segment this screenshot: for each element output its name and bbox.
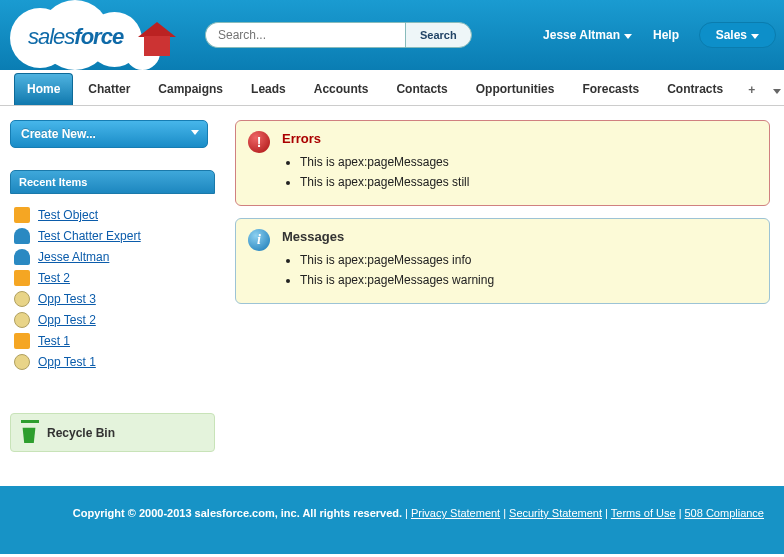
list-item: Test 2: [14, 270, 211, 286]
help-link[interactable]: Help: [653, 28, 679, 42]
user-icon: [14, 228, 30, 244]
object-icon: [14, 333, 30, 349]
list-item: Opp Test 2: [14, 312, 211, 328]
info-item: This is apex:pageMessages warning: [300, 270, 755, 290]
recent-item-link[interactable]: Jesse Altman: [38, 250, 109, 264]
page-footer: Copyright © 2000-2013 salesforce.com, in…: [0, 486, 784, 554]
error-message-box: ! Errors This is apex:pageMessagesThis i…: [235, 120, 770, 206]
opportunity-icon: [14, 354, 30, 370]
recent-item-link[interactable]: Test Object: [38, 208, 98, 222]
copyright-text: Copyright © 2000-2013 salesforce.com, in…: [73, 507, 402, 519]
list-item: Opp Test 3: [14, 291, 211, 307]
list-item: Test Chatter Expert: [14, 228, 211, 244]
more-tabs-button[interactable]: [765, 75, 784, 105]
info-message-box: i Messages This is apex:pageMessages inf…: [235, 218, 770, 304]
recent-items-header: Recent Items: [10, 170, 215, 194]
error-icon: !: [248, 131, 270, 153]
recent-item-link[interactable]: Opp Test 3: [38, 292, 96, 306]
user-icon: [14, 249, 30, 265]
object-icon: [14, 207, 30, 223]
footer-link[interactable]: Privacy Statement: [411, 507, 500, 519]
error-item: This is apex:pageMessages: [300, 152, 755, 172]
chevron-down-icon: [624, 34, 632, 39]
user-name-label: Jesse Altman: [543, 28, 620, 42]
logo-text-2: force: [74, 24, 123, 49]
list-item: Jesse Altman: [14, 249, 211, 265]
tab-contracts[interactable]: Contracts: [654, 73, 736, 105]
opportunity-icon: [14, 312, 30, 328]
house-icon: [138, 22, 176, 56]
create-new-label: Create New...: [21, 127, 96, 141]
footer-link[interactable]: 508 Compliance: [685, 507, 765, 519]
search-input[interactable]: [205, 22, 405, 48]
chevron-down-icon: [773, 89, 781, 94]
list-item: Opp Test 1: [14, 354, 211, 370]
tab-leads[interactable]: Leads: [238, 73, 299, 105]
sidebar: Create New... Recent Items Test ObjectTe…: [0, 106, 225, 486]
chevron-down-icon: [191, 130, 199, 135]
tab-bar: HomeChatterCampaignsLeadsAccountsContact…: [0, 70, 784, 106]
recent-item-link[interactable]: Test 1: [38, 334, 70, 348]
recent-item-link[interactable]: Test 2: [38, 271, 70, 285]
global-search: Search: [205, 22, 472, 48]
app-selected-label: Sales: [716, 28, 747, 42]
list-item: Test Object: [14, 207, 211, 223]
tab-contacts[interactable]: Contacts: [383, 73, 460, 105]
salesforce-logo[interactable]: salesforce: [10, 0, 180, 68]
search-button[interactable]: Search: [405, 22, 472, 48]
recent-item-link[interactable]: Test Chatter Expert: [38, 229, 141, 243]
footer-link[interactable]: Security Statement: [509, 507, 602, 519]
object-icon: [14, 270, 30, 286]
logo-text-1: sales: [28, 24, 74, 49]
error-item: This is apex:pageMessages still: [300, 172, 755, 192]
info-list: This is apex:pageMessages infoThis is ap…: [300, 250, 755, 291]
error-title: Errors: [282, 131, 755, 146]
chevron-down-icon: [751, 34, 759, 39]
error-list: This is apex:pageMessagesThis is apex:pa…: [300, 152, 755, 193]
main-content: ! Errors This is apex:pageMessagesThis i…: [225, 106, 784, 486]
app-selector[interactable]: Sales: [699, 22, 776, 48]
recent-item-link[interactable]: Opp Test 2: [38, 313, 96, 327]
list-item: Test 1: [14, 333, 211, 349]
tab-chatter[interactable]: Chatter: [75, 73, 143, 105]
page-body: Create New... Recent Items Test ObjectTe…: [0, 106, 784, 486]
tab-campaigns[interactable]: Campaigns: [145, 73, 236, 105]
recent-items-list: Test ObjectTest Chatter ExpertJesse Altm…: [10, 194, 215, 383]
tab-home[interactable]: Home: [14, 73, 73, 105]
recent-item-link[interactable]: Opp Test 1: [38, 355, 96, 369]
tab-opportunities[interactable]: Opportunities: [463, 73, 568, 105]
add-tab-button[interactable]: +: [738, 75, 765, 105]
create-new-button[interactable]: Create New...: [10, 120, 208, 148]
tab-accounts[interactable]: Accounts: [301, 73, 382, 105]
recycle-bin-label: Recycle Bin: [47, 426, 115, 440]
opportunity-icon: [14, 291, 30, 307]
info-icon: i: [248, 229, 270, 251]
info-item: This is apex:pageMessages info: [300, 250, 755, 270]
trash-icon: [21, 425, 37, 443]
app-header: salesforce Search Jesse Altman Help Sale…: [0, 0, 784, 70]
recycle-bin-link[interactable]: Recycle Bin: [10, 413, 215, 452]
user-menu[interactable]: Jesse Altman: [543, 28, 632, 42]
footer-link[interactable]: Terms of Use: [611, 507, 676, 519]
info-title: Messages: [282, 229, 755, 244]
tab-forecasts[interactable]: Forecasts: [569, 73, 652, 105]
